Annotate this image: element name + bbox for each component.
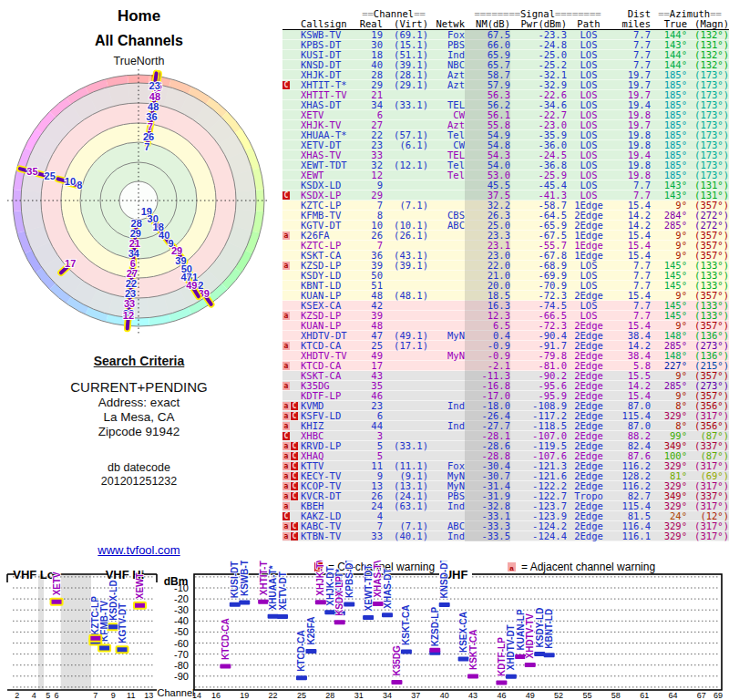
- magnetic-azimuth-cell: (132°): [687, 30, 729, 40]
- virtual-channel-cell: [383, 120, 428, 130]
- nm-cell: 21.0: [465, 271, 510, 281]
- magnetic-azimuth-cell: (136°): [687, 331, 729, 341]
- path-cell: 2Edge: [567, 211, 611, 221]
- magnetic-azimuth-cell: (357°): [687, 241, 729, 251]
- power-cell: -68.9: [510, 261, 567, 271]
- page-subtitle: All Channels: [0, 33, 278, 49]
- station-label: XHAS-DT: [383, 568, 393, 608]
- distance-cell: 14.2: [611, 221, 651, 231]
- footer-link-wrap: www.tvfool.com: [0, 541, 278, 558]
- adjacent-warning-badge: a: [282, 462, 290, 470]
- real-channel-cell: 18: [359, 50, 383, 60]
- callsign-cell: KCOP-TV: [301, 481, 359, 491]
- path-cell: 1Edge: [567, 201, 611, 211]
- callsign-cell: KBNT-LD: [301, 281, 359, 291]
- distance-cell: 88.2: [611, 431, 651, 441]
- callsign-cell: XEWT: [301, 170, 359, 180]
- callsign-cell: KECY-TV: [301, 471, 359, 481]
- true-azimuth-cell: 329°: [651, 481, 687, 491]
- virtual-channel-cell: [383, 351, 428, 361]
- col-virt: (Virt): [383, 19, 428, 29]
- magnetic-azimuth-cell: (173°): [687, 90, 729, 100]
- power-cell: -22.7: [510, 110, 567, 120]
- network-cell: TEL: [428, 150, 465, 160]
- nm-cell: -11.3: [465, 371, 510, 381]
- warn-cell: [282, 371, 301, 381]
- nm-cell: 37.5: [465, 190, 510, 201]
- power-cell: -121.3: [510, 461, 567, 471]
- power-cell: -36.8: [510, 160, 567, 170]
- true-azimuth-cell: 185°: [651, 100, 687, 110]
- nm-cell: -32.8: [465, 501, 510, 511]
- warn-cell: [282, 301, 301, 311]
- table-row: KSDY-LD5021.0-69.9LOS7.7145°(133°): [282, 271, 729, 281]
- adjacent-warning-badge: a: [282, 342, 290, 350]
- callsign-cell: XHAQ: [301, 451, 359, 461]
- table-column-header: CallsignReal(Virt)NetwkNM(dB)Pwr(dBm)Pat…: [282, 19, 729, 30]
- virtual-channel-cell: [383, 321, 428, 331]
- path-cell: 2Edge: [567, 481, 611, 491]
- power-cell: -32.1: [510, 70, 567, 80]
- real-channel-cell: 26: [359, 491, 383, 501]
- power-cell: -123.7: [510, 501, 567, 511]
- uhf-tick-label: 69: [714, 691, 723, 700]
- nm-cell: -17.0: [465, 391, 510, 401]
- distance-cell: 19.7: [611, 90, 651, 100]
- power-cell: -24.8: [510, 40, 567, 50]
- co-channel-warning-badge: C: [282, 191, 290, 200]
- true-azimuth-cell: 145°: [651, 271, 687, 281]
- power-cell: -81.0: [510, 361, 567, 371]
- callsign-cell: KSFV-LD: [301, 411, 359, 421]
- network-cell: ABC: [428, 521, 465, 531]
- radar-channel-label: 7: [144, 141, 149, 152]
- magnetic-azimuth-cell: (131°): [687, 190, 729, 201]
- table-row: XEWT12Tel53.0-25.9LOS19.8185°(173°): [282, 170, 729, 180]
- warn-cell: [282, 391, 301, 401]
- table-row: aCKECY-TV9(9.1)MyN-30.7-121.62Edge128.28…: [282, 471, 729, 481]
- network-cell: Fox: [428, 461, 465, 471]
- db-datecode-label: db datecode: [0, 461, 278, 475]
- station-label: XHTIT-TV: [259, 561, 269, 595]
- channel-axis-label: Channel: [158, 687, 195, 698]
- callsign-cell: KZTC-LP: [301, 201, 359, 211]
- power-cell: -67.5: [510, 231, 567, 241]
- virtual-channel-cell: (7.1): [383, 201, 428, 211]
- power-cell: -25.0: [510, 50, 567, 60]
- virtual-channel-cell: (43.1): [383, 251, 428, 261]
- true-azimuth-cell: 144°: [651, 30, 687, 40]
- station-label: KSDY-LD: [535, 608, 545, 648]
- adjacent-warning-badge: a: [282, 452, 290, 460]
- radar-channel-label: 8: [77, 180, 82, 190]
- magnetic-azimuth-cell: (136°): [687, 351, 729, 361]
- nm-cell: -28.6: [465, 441, 510, 451]
- search-criteria-line: La Mesa, CA: [0, 410, 278, 425]
- distance-cell: 82.7: [611, 491, 651, 501]
- distance-cell: 15.5: [611, 371, 651, 381]
- uhf-tick-label: 52: [554, 691, 563, 700]
- power-cell: -64.5: [510, 211, 567, 221]
- station-label: KTCD-CA: [221, 618, 231, 660]
- magnetic-azimuth-cell: (317°): [687, 481, 729, 491]
- warn-cell: a: [282, 421, 301, 431]
- callsign-cell: KTCD-CA: [301, 361, 359, 371]
- power-cell: -45.4: [510, 180, 567, 190]
- nm-cell: 23.1: [465, 241, 510, 251]
- network-cell: NBC: [428, 60, 465, 70]
- network-cell: [428, 391, 465, 401]
- true-azimuth-cell: 185°: [651, 160, 687, 170]
- adjacent-warning-badge: a: [282, 482, 290, 490]
- table-row: KSWB-TV19(69.1)Fox67.5-23.3LOS7.7144°(13…: [282, 30, 729, 40]
- path-cell: LOS: [567, 170, 611, 180]
- tvfool-link[interactable]: www.tvfool.com: [98, 543, 180, 557]
- nm-cell: -30.4: [465, 461, 510, 471]
- path-cell: Tropo: [567, 491, 611, 501]
- vhf-tick-label: 9: [111, 691, 116, 700]
- adjacent-warning-badge: a: [282, 402, 290, 410]
- virtual-channel-cell: [383, 451, 428, 461]
- uhf-tick-label: 19: [240, 691, 249, 700]
- warn-cell: [282, 251, 301, 261]
- virtual-channel-cell: (10.1): [383, 221, 428, 231]
- real-channel-cell: 9: [359, 471, 383, 481]
- nm-cell: -18.0: [465, 401, 510, 411]
- real-channel-cell: 42: [359, 301, 383, 311]
